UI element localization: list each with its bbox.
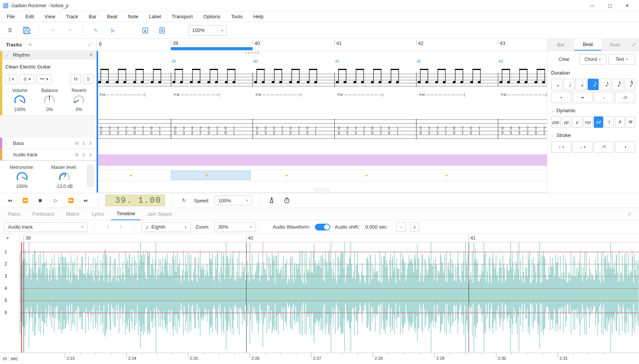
tab-timeline[interactable]: Timeline xyxy=(111,208,140,220)
tab-fret-number[interactable]: 0 xyxy=(100,131,102,135)
tab-fret-number[interactable]: 1 xyxy=(478,126,480,130)
tab-fret-number[interactable]: 3 xyxy=(354,131,357,135)
tab-fret-number[interactable]: 0 xyxy=(470,131,472,135)
skip-start-icon[interactable]: ⏮ xyxy=(5,195,15,206)
bar-ruler[interactable]: 8 3940414243 xyxy=(97,39,547,51)
tab-fret-number[interactable]: 2 xyxy=(125,126,127,130)
dynamic-mf[interactable]: mf xyxy=(594,116,603,128)
volume-knob[interactable] xyxy=(14,95,26,105)
tab-fret-number[interactable]: 3 xyxy=(108,131,111,135)
tab-fret-number[interactable]: 3 xyxy=(436,131,439,135)
tab-fret-number[interactable]: 2 xyxy=(380,126,382,130)
redo-icon[interactable]: ↷ xyxy=(64,24,76,37)
tab-fret-number[interactable]: 2 xyxy=(216,126,218,130)
tab-fret-number[interactable]: 1 xyxy=(396,126,399,130)
tab-fret-number[interactable]: 1 xyxy=(315,131,317,135)
tab-fret-number[interactable]: 0 xyxy=(150,126,153,130)
tab-matrix[interactable]: Matrix xyxy=(61,208,85,220)
tab-fret-number[interactable]: 2 xyxy=(142,131,144,135)
tie-button[interactable]: ⌣ xyxy=(594,92,614,103)
tab-fret-number[interactable]: 3 xyxy=(183,131,185,135)
tab-fret-number[interactable]: 2 xyxy=(461,126,464,130)
dynamic-pp[interactable]: pp xyxy=(562,116,571,128)
tab-bar[interactable]: Bar xyxy=(547,39,574,51)
stop-icon[interactable]: ⏹ xyxy=(35,195,46,206)
tab-fret-number[interactable]: 2 xyxy=(298,126,300,130)
track-bass[interactable]: › Bass MSX xyxy=(0,138,96,149)
tab-fret-number[interactable]: 0 xyxy=(501,126,504,130)
undo-icon[interactable]: ↶ xyxy=(47,24,59,37)
tab-fret-number[interactable]: 0 xyxy=(208,131,210,135)
menu-edit[interactable]: Edit xyxy=(20,11,39,22)
tab-fret-number[interactable]: 3 xyxy=(191,131,193,135)
tab-fret-number[interactable]: 0 xyxy=(371,126,374,130)
tab-fret-number[interactable]: 0 xyxy=(371,131,374,135)
close-button[interactable]: ✕ xyxy=(618,0,636,11)
tab-fret-number[interactable]: 3 xyxy=(346,126,348,130)
metronome-knob[interactable] xyxy=(16,172,28,182)
dynamic-f[interactable]: f xyxy=(604,116,614,128)
dynamic-fff[interactable]: fff xyxy=(626,116,635,128)
stroke-rasg-button[interactable]: ⊓ xyxy=(594,141,614,153)
loop-icon[interactable]: ↻ xyxy=(179,195,189,206)
tab-fret-number[interactable]: 0 xyxy=(535,126,537,130)
tab-fret-number[interactable]: 1 xyxy=(159,131,161,135)
tab-fret-number[interactable]: 3 xyxy=(273,131,275,135)
tab-fret-number[interactable]: 0 xyxy=(174,126,176,130)
tab-fret-number[interactable]: 0 xyxy=(306,126,308,130)
dynamic-ppp[interactable]: ppp xyxy=(551,116,561,128)
chord-button[interactable]: Chord▾ xyxy=(579,54,606,65)
expand-icon[interactable]: ⤢ xyxy=(85,40,94,49)
tab-fret-number[interactable]: 0 xyxy=(256,131,258,135)
waveform-main[interactable]: 394041 xyxy=(20,234,639,353)
tab-fret-number[interactable]: 2 xyxy=(445,126,447,130)
menu-beat[interactable]: Beat xyxy=(102,11,123,22)
maximize-button[interactable]: ▢ xyxy=(601,0,618,11)
tab-fret-number[interactable]: 0 xyxy=(150,131,153,135)
tab-fret-number[interactable]: 0 xyxy=(453,126,455,130)
tab-fret-number[interactable]: 2 xyxy=(125,131,127,135)
mute-button[interactable]: M xyxy=(74,153,79,157)
tab-fret-number[interactable]: 0 xyxy=(306,131,308,135)
duration-5[interactable]: 𝅘𝅥𝅰 xyxy=(612,79,623,90)
tab-fret-number[interactable]: 0 xyxy=(174,131,176,135)
tab-fret-number[interactable]: 3 xyxy=(183,126,185,130)
playhead-cursor[interactable] xyxy=(21,234,22,353)
stroke-more-button[interactable]: ▾ xyxy=(615,141,635,153)
tab-fret-number[interactable]: 1 xyxy=(315,126,317,130)
shift-minus-button[interactable]: - xyxy=(396,223,405,232)
tab-fret-number[interactable]: 3 xyxy=(518,131,520,135)
tab-fret-number[interactable]: 0 xyxy=(134,126,136,130)
stroke-down-button[interactable]: ↓ ▾ xyxy=(572,141,593,153)
add-track-button[interactable]: + xyxy=(25,40,35,49)
dynamic-section[interactable]: ⌄Dynamic xyxy=(551,108,635,113)
tab-fret-number[interactable]: 3 xyxy=(191,126,193,130)
tab-fret-number[interactable]: 3 xyxy=(428,131,430,135)
tab-fret-number[interactable]: 2 xyxy=(298,131,300,135)
tab-fret-number[interactable]: 0 xyxy=(420,126,422,130)
note-icon[interactable] xyxy=(139,24,151,37)
waveform-toggle[interactable] xyxy=(315,224,330,230)
tab-fret-number[interactable]: 1 xyxy=(233,131,235,135)
next-icon[interactable]: 〉 xyxy=(117,222,127,232)
tab-fret-number[interactable]: 0 xyxy=(388,131,390,135)
tab-fret-number[interactable]: 0 xyxy=(224,126,227,130)
dynamic-ff[interactable]: ff xyxy=(615,116,625,128)
triangle-icon[interactable]: ▼ xyxy=(5,235,10,241)
tab-fret-number[interactable]: 1 xyxy=(159,126,161,130)
tab-fret-number[interactable]: 2 xyxy=(526,126,529,130)
dynamic-mp[interactable]: mp xyxy=(583,116,593,128)
tab-fret-number[interactable]: 2 xyxy=(142,126,144,130)
solo-button[interactable]: S xyxy=(81,153,86,157)
tab-fret-number[interactable]: 3 xyxy=(346,131,348,135)
rewind-icon[interactable]: ⏪ xyxy=(20,195,30,206)
expand-icon[interactable]: ⤢ xyxy=(622,208,637,220)
tab-fret-number[interactable]: 2 xyxy=(380,131,382,135)
duration-6[interactable]: 𝅘𝅥𝅱 xyxy=(624,79,635,90)
expand-icon[interactable]: ⤢ xyxy=(628,39,639,51)
tab-fret-number[interactable]: 0 xyxy=(338,126,340,130)
tab-fret-number[interactable]: 3 xyxy=(117,131,119,135)
tab-fret-number[interactable]: 3 xyxy=(264,126,267,130)
prev-icon[interactable]: 〈 xyxy=(102,222,112,232)
menu-bar[interactable]: Bar xyxy=(83,11,102,22)
